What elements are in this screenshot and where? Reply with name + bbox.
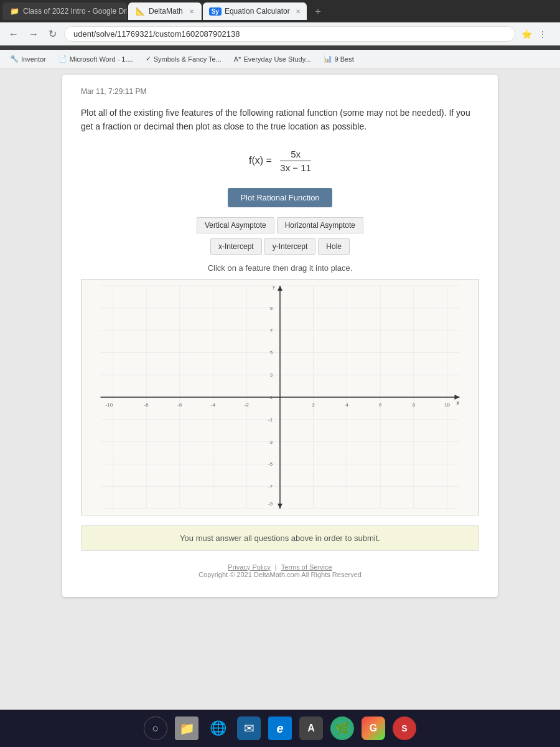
taskbar-search-button[interactable]: ○ xyxy=(144,716,167,740)
tab-deltamath[interactable]: 📐 DeltaMath ✕ xyxy=(128,2,202,20)
svg-text:4: 4 xyxy=(345,402,348,408)
svg-text:10: 10 xyxy=(444,402,450,408)
mail-icon: ✉ xyxy=(244,721,254,736)
svg-text:7: 7 xyxy=(270,327,273,333)
taskbar-file-explorer[interactable]: 📁 xyxy=(175,716,198,740)
svg-text:-4: -4 xyxy=(211,402,216,408)
ext-icon-2[interactable]: ⋮ xyxy=(536,28,549,40)
function-label: f(x) = xyxy=(249,155,272,166)
feature-buttons-row2: x-Intercept y-Intercept Hole xyxy=(81,238,479,255)
sy-badge: Sy xyxy=(209,7,222,16)
bookmark-everyday-use-label: Everyday Use Study... xyxy=(243,55,310,63)
svg-text:8: 8 xyxy=(413,402,416,408)
bookmark-inventor[interactable]: 🔧 Inventor xyxy=(5,52,51,66)
bookmark-inventor-icon: 🔧 xyxy=(10,55,19,63)
forward-button[interactable]: → xyxy=(26,27,41,41)
timestamp: Mar 11, 7:29:11 PM xyxy=(81,87,479,96)
privacy-policy-link[interactable]: Privacy Policy xyxy=(228,563,270,571)
tab-google-drive[interactable]: 📁 Class of 2022 Intro - Google Driv ✕ xyxy=(2,2,127,20)
svg-text:-1: -1 xyxy=(268,417,273,423)
tab-deltamath-close[interactable]: ✕ xyxy=(189,8,194,15)
browser-chrome: 📁 Class of 2022 Intro - Google Driv ✕ 📐 … xyxy=(0,0,560,50)
svg-text:-6: -6 xyxy=(177,402,182,408)
bookmarks-bar: 🔧 Inventor 📄 Microsoft Word - 1.... ✓ Sy… xyxy=(0,50,560,68)
tab-deltamath-label: DeltaMath xyxy=(149,7,183,16)
svg-text:3: 3 xyxy=(270,372,273,378)
drag-instruction: Click on a feature then drag it into pla… xyxy=(81,263,479,273)
taskbar: ○ 📁 🌐 ✉ e A 🌿 G S xyxy=(0,710,560,747)
browser-actions: ⭐ ⋮ xyxy=(520,28,554,40)
tab-equation-calculator[interactable]: Sy Equation Calculator ✕ xyxy=(203,2,307,20)
feature-buttons-row1: Vertical Asymptote Horizontal Asymptote xyxy=(81,217,479,233)
graph-area[interactable]: -10 -8 -6 -4 -2 2 4 6 8 10 y 9 7 5 3 1 -… xyxy=(81,279,479,515)
tab-google-drive-icon: 📁 xyxy=(10,7,19,16)
address-bar: ← → ↻ udent/solve/11769321/custom1602087… xyxy=(0,22,560,45)
vertical-asymptote-button[interactable]: Vertical Asymptote xyxy=(197,217,274,233)
bookmark-word-icon: 📄 xyxy=(58,55,67,63)
function-display: f(x) = 5x 3x − 11 xyxy=(81,149,479,173)
svg-text:y: y xyxy=(273,284,275,289)
horizontal-asymptote-button[interactable]: Horizontal Asymptote xyxy=(277,217,363,233)
url-input[interactable]: udent/solve/11769321/custom1602087902138 xyxy=(64,26,515,42)
plot-rational-function-button[interactable]: Plot Rational Function xyxy=(228,188,332,207)
tab-equation-calculator-label: Equation Calculator xyxy=(225,7,290,16)
search-icon: ○ xyxy=(152,722,159,735)
svg-text:x: x xyxy=(457,400,460,406)
svg-text:-9: -9 xyxy=(268,501,273,507)
google-icon: G xyxy=(370,723,377,734)
svg-marker-24 xyxy=(455,395,460,400)
taskbar-google-app[interactable]: G xyxy=(362,716,385,740)
bookmark-everyday-use[interactable]: A* Everyday Use Study... xyxy=(229,52,316,66)
y-intercept-button[interactable]: y-Intercept xyxy=(264,238,316,255)
taskbar-app-a[interactable]: A xyxy=(299,716,323,740)
chrome-icon: 🌐 xyxy=(210,720,226,736)
bookmark-word-label: Microsoft Word - 1.... xyxy=(70,55,133,63)
deltamath-container: Mar 11, 7:29:11 PM Plot all of the exist… xyxy=(62,75,498,597)
url-text: udent/solve/11769321/custom1602087902138 xyxy=(73,29,240,39)
hole-button[interactable]: Hole xyxy=(318,238,350,255)
bookmark-9best-label: 9 Best xyxy=(335,55,354,63)
app-a-icon: A xyxy=(307,723,315,734)
back-button[interactable]: ← xyxy=(6,27,21,41)
footer-links: Privacy Policy | Terms of Service Copyri… xyxy=(81,563,479,578)
bookmark-symbols[interactable]: ✓ Symbols & Fancy Te... xyxy=(141,52,226,66)
svg-text:-3: -3 xyxy=(268,439,273,444)
taskbar-green-app[interactable]: 🌿 xyxy=(330,716,354,740)
svg-text:-2: -2 xyxy=(245,402,250,408)
file-explorer-icon: 📁 xyxy=(179,721,195,736)
svg-text:-10: -10 xyxy=(106,402,113,408)
bookmark-9best[interactable]: 📊 9 Best xyxy=(319,52,359,66)
svg-text:-7: -7 xyxy=(268,484,273,489)
bookmark-word[interactable]: 📄 Microsoft Word - 1.... xyxy=(54,52,138,66)
green-app-icon: 🌿 xyxy=(335,721,349,735)
function-fraction: 5x 3x − 11 xyxy=(280,149,311,173)
copyright-text: Copyright © 2021 DeltaMath.com All Right… xyxy=(198,571,362,578)
bookmark-everyday-use-icon: A* xyxy=(234,55,241,63)
tab-equation-calculator-close[interactable]: ✕ xyxy=(296,8,301,15)
new-tab-button[interactable]: ＋ xyxy=(308,5,328,18)
svg-text:5: 5 xyxy=(270,350,273,355)
taskbar-mail[interactable]: ✉ xyxy=(237,716,261,740)
bookmark-symbols-label: Symbols & Fancy Te... xyxy=(154,55,222,63)
bookmark-symbols-icon: ✓ xyxy=(146,55,151,63)
taskbar-edge[interactable]: e xyxy=(268,716,292,740)
x-intercept-button[interactable]: x-Intercept xyxy=(210,238,262,255)
taskbar-chrome[interactable]: 🌐 xyxy=(206,716,230,740)
bookmark-inventor-label: Inventor xyxy=(21,55,46,63)
bookmark-9best-icon: 📊 xyxy=(324,55,332,63)
function-denominator: 3x − 11 xyxy=(280,161,311,173)
edge-icon: e xyxy=(276,721,283,736)
svg-text:6: 6 xyxy=(379,402,382,408)
red-app-icon: S xyxy=(401,723,407,733)
reload-button[interactable]: ↻ xyxy=(46,27,59,41)
tab-google-drive-label: Class of 2022 Intro - Google Driv xyxy=(23,7,127,16)
tab-bar: 📁 Class of 2022 Intro - Google Driv ✕ 📐 … xyxy=(0,0,560,22)
taskbar-red-app[interactable]: S xyxy=(393,716,416,740)
svg-marker-25 xyxy=(278,286,282,291)
terms-of-service-link[interactable]: Terms of Service xyxy=(281,563,332,571)
ext-icon-1[interactable]: ⭐ xyxy=(520,28,533,40)
submit-note: You must answer all questions above in o… xyxy=(81,525,479,551)
svg-text:9: 9 xyxy=(270,306,273,311)
svg-text:2: 2 xyxy=(312,402,315,408)
svg-marker-26 xyxy=(278,504,282,509)
